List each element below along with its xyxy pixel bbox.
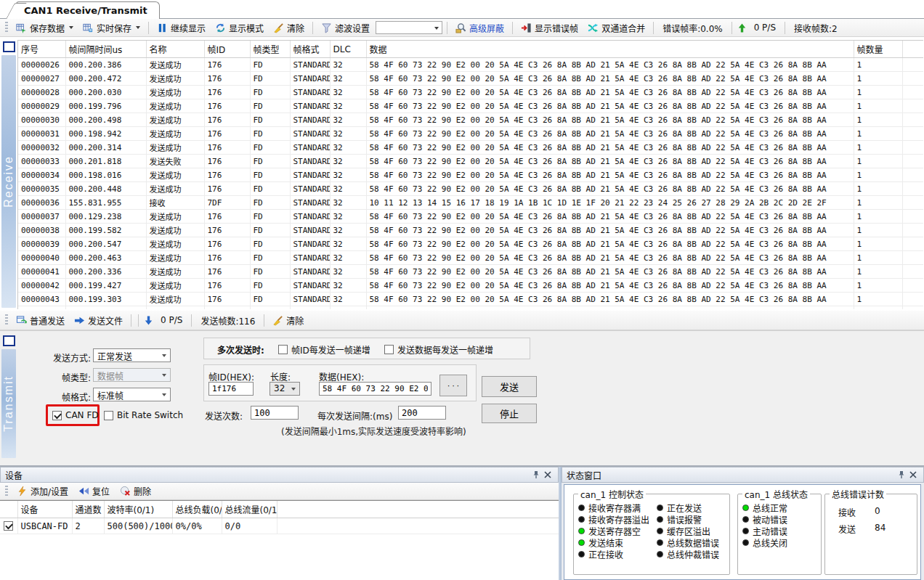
status-panel-title: 状态窗口 <box>567 469 896 481</box>
chevron-down-icon[interactable] <box>69 26 73 29</box>
toolbar-grip[interactable] <box>5 22 8 33</box>
table-row[interactable]: 00000037 000.129.238 发送成功 176 FD STANDAR… <box>18 210 923 224</box>
device-panel-titlebar: 设备 <box>0 467 559 483</box>
send-file-button[interactable]: 发送文件 <box>70 312 126 329</box>
dual-channel-merge-label: 双通道合并 <box>601 22 645 34</box>
pin-icon[interactable] <box>896 469 907 481</box>
table-row[interactable]: 00000044 000.200.927 发送成功 176 FD STANDAR… <box>18 306 923 310</box>
table-row[interactable]: 00000026 000.200.386 发送成功 176 FD STANDAR… <box>18 58 923 72</box>
bus-status-title: can_1 总线状态 <box>742 488 810 500</box>
show-error-frames-button[interactable]: 显示错误帧 <box>517 20 582 36</box>
send-count-input[interactable] <box>251 406 299 420</box>
led-label: 总线关闭 <box>753 536 787 549</box>
table-row[interactable]: 00000030 000.200.498 发送成功 176 FD STANDAR… <box>18 113 923 127</box>
add-config-button[interactable]: 添加/设置 <box>13 483 72 499</box>
receive-table-header[interactable]: 序号 帧间隔时间us 名称 帧ID 帧类型 帧格式 DLC 数据 帧数量 <box>18 41 923 58</box>
transmit-panel-icon[interactable] <box>3 335 15 346</box>
close-icon[interactable] <box>542 469 554 481</box>
send-interval-input[interactable] <box>398 406 446 420</box>
up-arrow-icon <box>737 23 747 33</box>
frame-id-label: 帧ID(HEX): <box>208 370 254 383</box>
frame-id-input[interactable] <box>208 382 254 396</box>
col-seq: 序号 <box>18 41 65 58</box>
error-count-label: 发送 <box>838 523 856 535</box>
can-fd-checkbox[interactable] <box>52 411 62 420</box>
bit-rate-switch-checkbox[interactable] <box>104 411 113 420</box>
table-row[interactable]: 00000039 000.200.547 发送成功 176 FD STANDAR… <box>18 237 923 251</box>
delete-icon <box>120 486 131 497</box>
clear-button[interactable]: 清除 <box>270 20 308 36</box>
continue-display-button[interactable]: 继续显示 <box>153 20 209 36</box>
toolbar-separator <box>653 22 654 34</box>
pin-icon[interactable] <box>530 469 542 481</box>
filter-preset-combobox[interactable] <box>376 21 442 34</box>
send-button[interactable]: 发送 <box>482 376 537 397</box>
reset-label: 复位 <box>92 485 110 497</box>
bus-status-items: 总线正常 被动错误 主动错误 <box>742 502 818 548</box>
table-row[interactable]: 00000031 000.198.942 发送成功 176 FD STANDAR… <box>18 127 923 141</box>
inc-data-checkbox[interactable] <box>384 345 394 354</box>
multi-send-label: 多次发送时: <box>217 343 264 356</box>
table-row[interactable]: 00000032 000.200.314 发送成功 176 FD STANDAR… <box>18 141 923 155</box>
toolbar-grip[interactable] <box>5 314 8 326</box>
delete-button[interactable]: 删除 <box>116 483 155 499</box>
led-indicator <box>657 516 663 523</box>
table-row[interactable]: 00000033 000.201.818 发送失败 176 FD STANDAR… <box>18 155 923 168</box>
table-row[interactable]: 00000043 000.199.303 发送成功 176 FD STANDAR… <box>18 293 923 306</box>
tab-can1-receive-transmit[interactable]: CAN1 Receive/Transmit <box>16 1 160 19</box>
table-row[interactable]: 00000028 000.200.030 发送成功 176 FD STANDAR… <box>18 86 923 99</box>
data-browse-button[interactable]: · · · <box>439 375 467 396</box>
reset-button[interactable]: 复位 <box>75 483 113 499</box>
lightning-icon <box>17 486 28 497</box>
filter-settings-button[interactable]: 滤波设置 <box>317 20 373 36</box>
table-row[interactable]: 00000036 155.831.955 接收 7DF FD STANDARD … <box>18 196 923 210</box>
normal-send-button[interactable]: 普通发送 <box>12 312 68 329</box>
save-data-button[interactable]: 保存数据 <box>12 20 77 36</box>
table-row[interactable]: 00000027 000.200.472 发送成功 176 FD STANDAR… <box>18 72 923 86</box>
receive-table: 序号 帧间隔时间us 名称 帧ID 帧类型 帧格式 DLC 数据 帧数量 <box>18 41 923 309</box>
display-mode-button[interactable]: 显示模式 <box>211 20 267 36</box>
col-dlc: DLC <box>330 41 366 58</box>
bus-error-count-rows: 接收 0 发送 84 <box>830 506 914 535</box>
length-select[interactable]: 32 <box>270 382 300 396</box>
table-row[interactable]: 00000034 000.198.016 发送成功 176 FD STANDAR… <box>18 168 923 182</box>
dock-splitter[interactable] <box>559 467 562 580</box>
inc-frame-id-checkbox[interactable] <box>278 345 288 354</box>
receive-panel-icon[interactable] <box>3 41 15 52</box>
bit-rate-switch-checkbox-row[interactable]: Bit Rate Switch <box>104 410 183 420</box>
toolbar-grip[interactable] <box>5 486 8 497</box>
transmit-clear-button[interactable]: 清除 <box>269 312 307 329</box>
table-row[interactable]: 00000035 000.200.448 发送成功 176 FD STANDAR… <box>18 182 923 196</box>
advanced-mask-button[interactable]: 高级屏蔽 <box>452 20 508 36</box>
table-row[interactable]: 00000042 000.199.427 发送成功 176 FD STANDAR… <box>18 279 923 293</box>
can-fd-checkbox-row[interactable]: CAN FD <box>52 410 99 420</box>
close-icon[interactable] <box>907 469 919 481</box>
can-fd-label: CAN FD <box>65 410 99 420</box>
send-mode-select[interactable]: 正常发送 <box>93 348 171 362</box>
table-row[interactable]: 00000040 000.200.463 发送成功 176 FD STANDAR… <box>18 251 923 265</box>
frame-type-select[interactable]: 数据帧 <box>93 368 171 382</box>
frame-format-value: 标准帧 <box>97 391 123 401</box>
stop-button[interactable]: 停止 <box>482 404 537 423</box>
device-row[interactable]: USBCAN-FD 2 500(500)/1000(5000) 0%/0% 0/… <box>0 518 559 534</box>
inc-frame-id-checkbox-row[interactable]: 帧ID每发送一帧递增 <box>278 343 370 356</box>
tab-title: CAN1 Receive/Transmit <box>24 5 147 16</box>
error-frame-rate: 错误帧率:0.0% <box>658 22 727 34</box>
transmit-side-strip[interactable]: Transmit <box>1 349 16 458</box>
data-hex-input[interactable] <box>319 382 431 396</box>
table-row[interactable]: 00000038 000.199.582 发送成功 176 FD STANDAR… <box>18 224 923 237</box>
status-led-item: 被动错误 <box>742 514 818 525</box>
chevron-down-icon[interactable] <box>136 26 140 29</box>
inc-data-checkbox-row[interactable]: 发送数据每发送一帧递增 <box>384 343 493 356</box>
device-toolbar: 添加/设置 复位 删除 <box>0 483 559 500</box>
frame-format-select[interactable]: 标准帧 <box>93 388 171 401</box>
realtime-save-button[interactable]: 实时保存 <box>79 20 144 36</box>
receive-side-strip[interactable]: Receive <box>1 55 16 308</box>
transmit-clear-label: 清除 <box>286 314 304 327</box>
save-data-label: 保存数据 <box>30 22 65 34</box>
send-mode-label: 发送方式: <box>36 351 91 364</box>
table-row[interactable]: 00000041 000.200.336 发送成功 176 FD STANDAR… <box>18 265 923 279</box>
device-enabled-checkbox[interactable] <box>4 521 13 531</box>
table-row[interactable]: 00000029 000.199.796 发送成功 176 FD STANDAR… <box>18 99 923 113</box>
dual-channel-merge-button[interactable]: 双通道合并 <box>584 20 649 36</box>
